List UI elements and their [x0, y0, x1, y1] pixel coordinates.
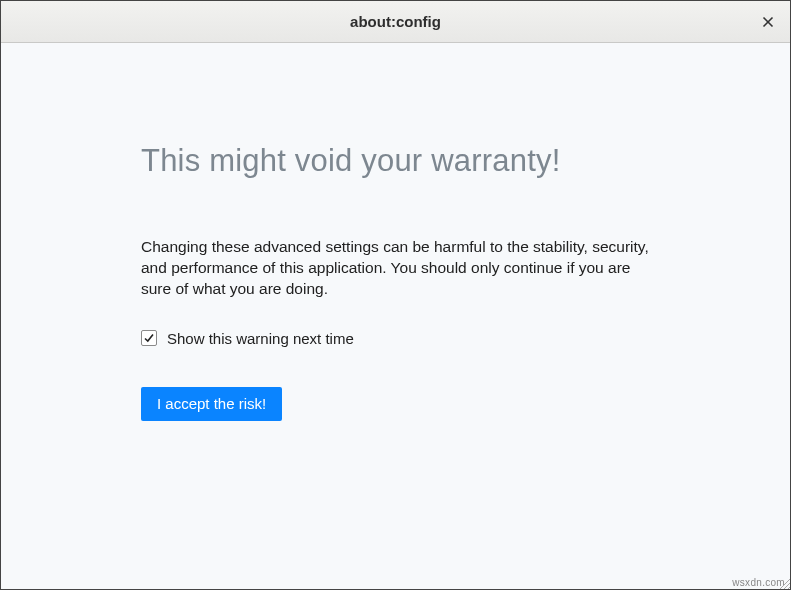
checkbox-label: Show this warning next time	[167, 330, 354, 347]
titlebar: about:config	[1, 1, 790, 43]
window-title: about:config	[350, 13, 441, 30]
close-button[interactable]	[758, 12, 778, 32]
resize-grip-icon	[777, 576, 791, 590]
warning-heading: This might void your warranty!	[141, 143, 650, 179]
svg-line-4	[788, 587, 790, 589]
content-area: This might void your warranty! Changing …	[1, 43, 790, 589]
close-icon	[762, 16, 774, 28]
accept-risk-button[interactable]: I accept the risk!	[141, 387, 282, 421]
show-warning-checkbox[interactable]	[141, 330, 157, 346]
check-icon	[143, 332, 155, 344]
checkbox-row: Show this warning next time	[141, 330, 650, 347]
warning-body: Changing these advanced settings can be …	[141, 237, 650, 300]
window-frame: about:config This might void your warran…	[0, 0, 791, 590]
